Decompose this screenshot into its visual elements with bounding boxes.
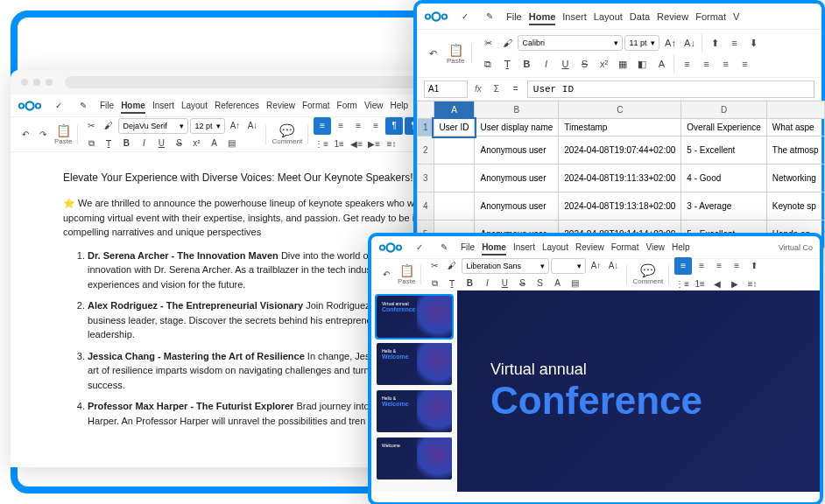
menu-review[interactable]: Review (266, 99, 295, 112)
font-select[interactable]: Liberation Sans▾ (462, 258, 549, 274)
size-select[interactable]: 11 pt▾ (624, 35, 659, 51)
menu-data[interactable]: Data (630, 10, 650, 24)
valign-mid-icon[interactable]: ≡ (725, 34, 743, 52)
clear-icon[interactable]: Ṯ (444, 276, 460, 291)
highlight-icon[interactable]: ▤ (567, 276, 582, 291)
cell[interactable]: 3 - Average (681, 192, 766, 220)
format-brush-icon[interactable]: 🖌 (498, 34, 516, 52)
bold-icon[interactable]: B (118, 136, 134, 151)
check-icon[interactable]: ✓ (51, 98, 67, 114)
cell[interactable]: Keynote sp (766, 192, 824, 220)
menu-v[interactable]: V (733, 10, 739, 24)
size-select[interactable]: 12 pt▾ (190, 118, 225, 134)
size-select[interactable]: ▾ (551, 258, 586, 274)
copy-icon[interactable]: ⧉ (479, 55, 497, 73)
cell[interactable]: User display name (475, 119, 559, 136)
fx-icon[interactable]: fx (471, 84, 485, 94)
numbering-icon[interactable]: 1≡ (692, 276, 708, 292)
highlight-icon[interactable]: ▤ (223, 136, 239, 151)
font-select[interactable]: DejaVu Serif▾ (118, 118, 188, 134)
align-right-icon[interactable]: ≡ (711, 258, 727, 274)
font-color-icon[interactable]: A (549, 276, 565, 291)
undo-icon[interactable]: ↶ (18, 127, 33, 143)
shrink-font-icon[interactable]: A↓ (605, 258, 621, 274)
cell[interactable]: 4 - Good (681, 164, 766, 192)
menu-file[interactable]: File (461, 241, 475, 254)
col-header[interactable] (766, 102, 824, 119)
strike-icon[interactable]: S (575, 55, 593, 73)
menu-insert[interactable]: Insert (152, 99, 174, 112)
align-right-icon[interactable]: ≡ (350, 118, 366, 134)
cut-icon[interactable]: ✂ (83, 118, 99, 134)
bold-icon[interactable]: B (518, 55, 535, 73)
numbering-icon[interactable]: 1≡ (331, 136, 347, 152)
menu-file[interactable]: File (506, 10, 522, 24)
format-brush-icon[interactable]: 🖌 (101, 118, 116, 134)
align-right-icon[interactable]: ≡ (716, 55, 734, 73)
font-select[interactable]: Calibri▾ (518, 35, 623, 51)
comment-icon[interactable]: 💬 (640, 263, 655, 277)
bold-icon[interactable]: B (462, 276, 477, 291)
align-center-icon[interactable]: ≡ (333, 118, 349, 134)
cell[interactable]: What aspe (766, 119, 824, 136)
indent-icon[interactable]: ▶ (727, 276, 743, 292)
cell[interactable]: 5 - Excellent (681, 136, 766, 164)
paste-icon[interactable]: 📋 (399, 263, 414, 277)
para-ltr-icon[interactable]: ¶ (385, 117, 403, 135)
row-header[interactable]: 2 (418, 136, 434, 164)
align-left-icon[interactable]: ≡ (678, 55, 695, 73)
align-left-icon[interactable]: ≡ (674, 257, 692, 275)
outdent-icon[interactable]: ◀≡ (349, 136, 364, 152)
menu-view[interactable]: View (645, 241, 665, 254)
font-color-icon[interactable]: A (206, 136, 222, 151)
edit-icon[interactable]: ✎ (482, 9, 497, 24)
menu-format[interactable]: Format (611, 241, 639, 254)
italic-icon[interactable]: I (537, 55, 554, 73)
outdent-icon[interactable]: ◀ (709, 276, 725, 292)
col-header[interactable]: B (475, 102, 559, 119)
line-spacing-icon[interactable]: ≡↕ (384, 136, 399, 152)
cut-icon[interactable]: ✂ (427, 258, 442, 274)
menu-home[interactable]: Home (121, 99, 145, 114)
window-dot[interactable] (33, 79, 40, 86)
menu-view[interactable]: View (364, 99, 384, 112)
menu-file[interactable]: File (100, 99, 114, 112)
spreadsheet-grid[interactable]: ABCD 1User IDUser display nameTimestampO… (417, 101, 825, 248)
format-brush-icon[interactable]: 🖌 (444, 258, 460, 274)
slide-thumb[interactable]: Hello &Welcome (377, 343, 452, 385)
menu-home[interactable]: Home (482, 241, 506, 256)
menu-review[interactable]: Review (657, 10, 688, 24)
border-icon[interactable]: ▦ (614, 55, 631, 73)
cell[interactable]: Anonymous user (475, 136, 559, 164)
menu-review[interactable]: Review (575, 241, 604, 254)
justify-icon[interactable]: ≡ (729, 258, 744, 274)
edit-icon[interactable]: ✎ (75, 98, 91, 114)
undo-icon[interactable]: ↶ (378, 267, 394, 283)
bullets-icon[interactable]: ⋮≡ (674, 276, 690, 292)
cell[interactable]: 2024-04-08T19:07:44+02:00 (559, 136, 681, 164)
col-header[interactable]: D (681, 102, 766, 119)
strike-icon[interactable]: S (514, 276, 530, 291)
superscript-icon[interactable]: x² (595, 55, 612, 73)
menu-layout[interactable]: Layout (542, 241, 568, 254)
justify-icon[interactable]: ≡ (736, 55, 753, 73)
fill-color-icon[interactable]: ◧ (633, 55, 651, 73)
row-header[interactable]: 1 (418, 119, 434, 136)
window-dot[interactable] (46, 79, 53, 86)
cell[interactable] (434, 164, 475, 192)
align-center-icon[interactable]: ≡ (694, 258, 709, 274)
cell[interactable]: The atmosp (766, 136, 824, 164)
cell-reference[interactable]: A1 (424, 80, 468, 98)
menu-format[interactable]: Format (302, 99, 330, 112)
shrink-font-icon[interactable]: A↓ (244, 118, 260, 134)
grow-font-icon[interactable]: A↑ (227, 118, 243, 134)
cell[interactable] (434, 192, 475, 220)
line-spacing-icon[interactable]: ≡↕ (744, 276, 760, 292)
superscript-icon[interactable]: x² (188, 136, 204, 151)
cell[interactable]: 2024-04-08T19:13:18+02:00 (559, 192, 681, 220)
equals-icon[interactable]: = (508, 81, 524, 97)
row-header[interactable]: 3 (418, 164, 434, 192)
check-icon[interactable]: ✓ (457, 9, 473, 24)
slide-thumb[interactable]: Virtual annualConference (377, 296, 452, 338)
cell[interactable]: User ID (434, 119, 475, 136)
